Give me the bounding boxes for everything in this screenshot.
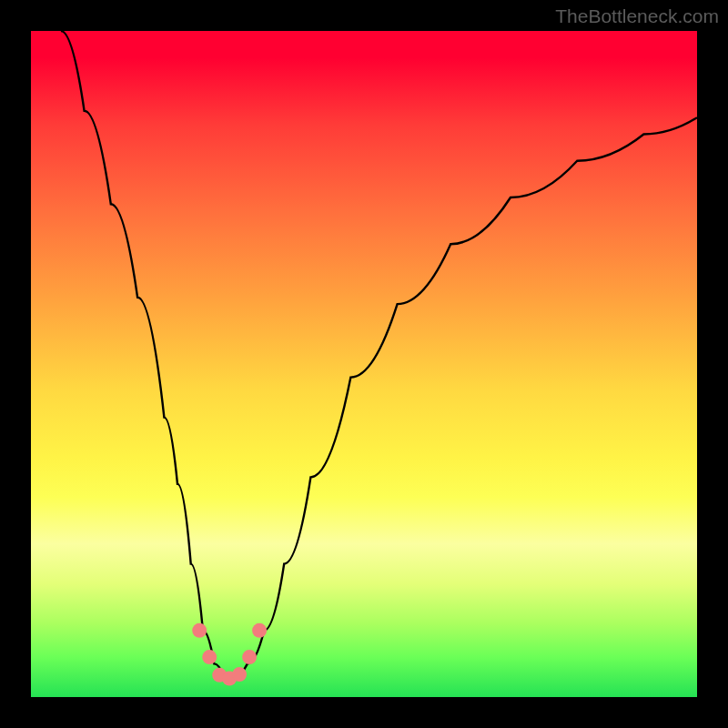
plot-area: [31, 31, 697, 697]
chart-frame: TheBottleneck.com: [0, 0, 728, 728]
watermark-text: TheBottleneck.com: [555, 5, 719, 27]
